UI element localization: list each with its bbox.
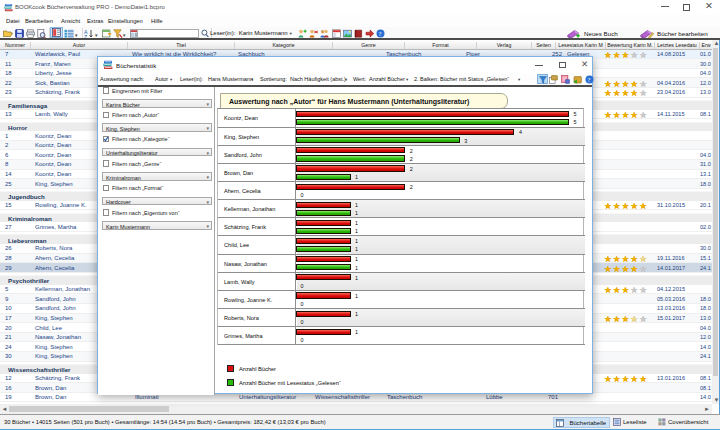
svg-text:?: ? bbox=[379, 29, 382, 36]
svg-text:?: ? bbox=[587, 76, 590, 83]
